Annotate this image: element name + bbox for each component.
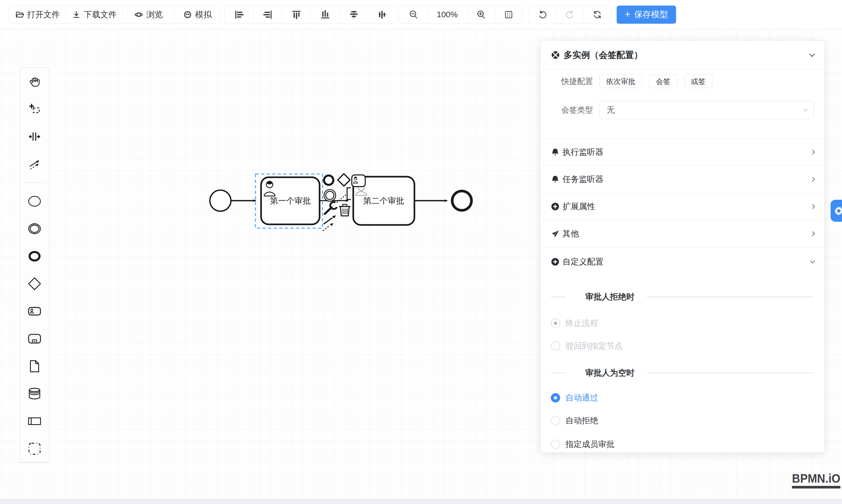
append-gateway-icon[interactable] [338, 174, 350, 186]
divider-line [647, 373, 814, 373]
panel-header[interactable]: 多实例（会签配置） [541, 41, 824, 69]
open-file-button[interactable]: 打开文件 [9, 6, 66, 23]
save-model-label: 保存模型 [634, 9, 668, 20]
section-execution-listeners[interactable]: 执行监听器 [541, 139, 824, 166]
folder-open-icon [15, 10, 24, 19]
chevron-down-icon [810, 258, 815, 263]
zoom-level-value: 100% [437, 10, 458, 19]
radio-icon [551, 341, 560, 351]
quick-config-row: 快捷配置 依次审批 会签 或签 [541, 75, 824, 88]
user-task-1[interactable]: 第一个审批 [261, 177, 320, 224]
simulate-button[interactable]: 模拟 [174, 6, 220, 23]
undo-icon [538, 10, 548, 20]
align-bottom-icon [320, 10, 330, 20]
align-center-horizontal-icon [349, 10, 359, 20]
align-center-vertical-button[interactable] [368, 6, 397, 23]
multi-instance-icon [551, 50, 560, 60]
download-file-label: 下载文件 [84, 9, 117, 20]
align-center-horizontal-button[interactable] [339, 6, 368, 23]
append-text-annotation-icon[interactable] [347, 188, 351, 199]
radio-auto-reject[interactable]: 自动拒绝 [541, 416, 824, 426]
radio-icon [551, 319, 560, 328]
append-intermediate-event-icon[interactable] [324, 190, 336, 201]
bell-icon [551, 148, 560, 157]
radio-terminate-process[interactable]: 终止流程 [541, 318, 824, 328]
download-icon [72, 10, 81, 19]
download-file-button[interactable]: 下载文件 [66, 6, 123, 23]
fit-viewport-icon [504, 10, 514, 20]
chevron-right-icon [810, 150, 815, 155]
countersign-button[interactable]: 会签 [649, 75, 677, 88]
reject-divider-title: 审批人拒绝时 [551, 292, 814, 301]
empty-section-title: 审批人为空时 [585, 367, 634, 379]
zoom-in-button[interactable] [467, 6, 495, 23]
properties-panel: 多实例（会签配置） 快捷配置 依次审批 会签 或签 会签类型 无 执行监听器 [541, 41, 824, 452]
horizontal-scrollbar[interactable] [0, 499, 842, 504]
preview-label: 浏览 [146, 9, 163, 20]
zoom-toolbar-group: 100% [400, 5, 522, 24]
simulate-label: 模拟 [195, 9, 212, 20]
plus-circle-icon [551, 202, 560, 211]
chevron-right-icon [810, 177, 815, 182]
zoom-in-icon [476, 10, 486, 20]
empty-divider-title: 审批人为空时 [551, 368, 814, 377]
refresh-button[interactable] [583, 6, 611, 23]
gear-icon [834, 205, 842, 216]
align-top-button[interactable] [282, 6, 311, 23]
divider-segment [551, 296, 566, 297]
orsign-button[interactable]: 或签 [684, 75, 712, 88]
sequential-approve-button[interactable]: 依次审批 [599, 75, 642, 88]
plus-icon: + [625, 9, 631, 19]
connect-icon[interactable] [323, 215, 336, 231]
radio-icon [551, 393, 560, 402]
section-extension-properties[interactable]: 扩展属性 [541, 193, 824, 220]
zoom-level-display: 100% [427, 6, 467, 23]
append-end-event-icon[interactable] [324, 176, 333, 185]
bell-icon [551, 175, 560, 184]
zoom-out-icon [408, 10, 419, 20]
section-custom-config[interactable]: 自定义配置 [541, 248, 824, 276]
radio-assign-member-approve[interactable]: 指定成员审批 [541, 439, 824, 449]
panel-title: 多实例（会签配置） [564, 49, 810, 61]
trash-icon[interactable] [339, 204, 351, 216]
align-right-icon [263, 10, 273, 20]
bpmn-io-watermark[interactable]: BPMN.iO [792, 471, 840, 488]
align-bottom-button[interactable] [311, 6, 339, 23]
align-top-icon [291, 10, 302, 20]
simulate-chip-icon [183, 10, 192, 19]
preview-button[interactable]: 浏览 [123, 6, 174, 23]
settings-tab[interactable] [830, 200, 842, 222]
wrench-icon[interactable] [325, 202, 337, 214]
zoom-out-button[interactable] [400, 6, 427, 23]
radio-icon [551, 416, 560, 425]
file-toolbar-group: 打开文件 下载文件 浏览 模拟 [9, 5, 221, 24]
section-task-listeners[interactable]: 任务监听器 [541, 166, 824, 193]
end-event[interactable] [452, 191, 472, 210]
align-center-vertical-icon [377, 10, 388, 20]
history-toolbar-group [529, 5, 611, 24]
sign-type-select[interactable]: 无 [599, 101, 814, 119]
undo-button[interactable] [529, 6, 556, 23]
redo-button[interactable] [556, 6, 583, 23]
toolbar: 打开文件 下载文件 浏览 模拟 [0, 0, 842, 29]
radio-return-to-node[interactable]: 驳回到指定节点 [541, 341, 824, 351]
align-right-button[interactable] [253, 6, 282, 23]
sign-type-row: 会签类型 无 [541, 101, 824, 119]
chevron-down-icon[interactable] [809, 51, 815, 57]
plus-circle-icon [551, 257, 560, 266]
save-model-button[interactable]: + 保存模型 [617, 5, 676, 24]
align-left-button[interactable] [225, 6, 253, 23]
sign-type-label: 会签类型 [551, 105, 599, 115]
radio-auto-pass[interactable]: 自动通过 [541, 393, 824, 403]
chevron-down-icon [803, 107, 808, 111]
section-list: 执行监听器 任务监听器 扩展属性 其他 [541, 138, 824, 276]
quick-config-label: 快捷配置 [551, 76, 599, 87]
fit-viewport-button[interactable] [495, 6, 522, 23]
start-event[interactable] [210, 190, 231, 211]
send-icon [551, 229, 560, 238]
sign-type-value: 无 [607, 104, 615, 115]
task-label: 第二个审批 [363, 196, 404, 205]
section-others[interactable]: 其他 [541, 220, 824, 248]
append-user-task-icon[interactable] [352, 175, 365, 187]
reject-section-title: 审批人拒绝时 [585, 291, 634, 303]
